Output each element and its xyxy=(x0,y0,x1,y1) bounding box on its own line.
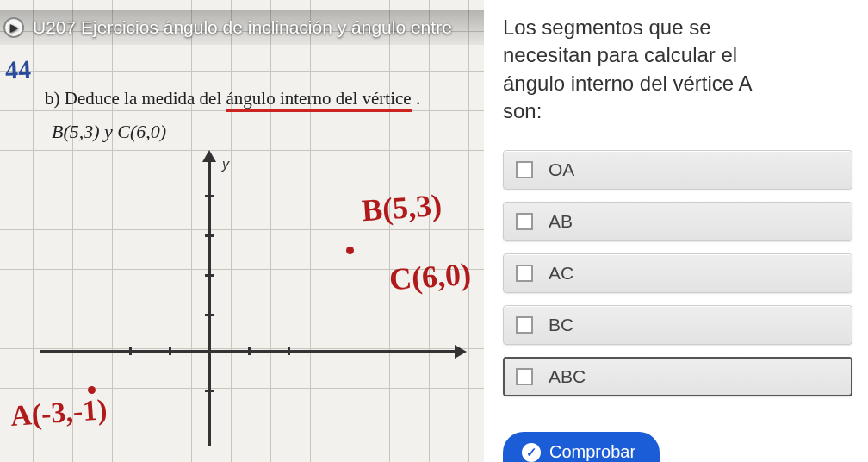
problem-underlined: ángulo interno del vértice xyxy=(226,88,412,112)
point-b-dot xyxy=(346,247,354,254)
given-coordinates: B(5,3) y C(6,0) xyxy=(52,121,166,143)
question-text: Los segmentos que se necesitan para calc… xyxy=(503,14,852,126)
channel-avatar-icon[interactable]: ▶ xyxy=(3,17,24,38)
y-tick xyxy=(205,234,214,237)
checkbox-icon[interactable] xyxy=(516,316,533,334)
video-frame: ▶ U207 Ejercicios ángulo de inclinación … xyxy=(0,0,484,462)
y-tick xyxy=(205,195,214,197)
option-label: BC xyxy=(549,315,574,335)
option-oa[interactable]: OA xyxy=(503,150,852,190)
x-tick xyxy=(129,346,132,355)
problem-prefix: b) Deduce la medida del xyxy=(45,88,226,109)
point-a-dot xyxy=(88,386,96,394)
y-tick xyxy=(205,390,214,392)
annotation-point-a: A(-3,-1) xyxy=(9,393,108,433)
x-tick xyxy=(288,346,290,355)
question-line3: ángulo interno del vértice A xyxy=(503,72,753,95)
checkbox-icon[interactable] xyxy=(516,213,533,230)
option-label: AC xyxy=(549,263,574,284)
video-title: U207 Ejercicios ángulo de inclinación y … xyxy=(33,17,452,38)
x-axis xyxy=(40,350,462,353)
y-tick xyxy=(205,274,214,277)
question-line4: son: xyxy=(503,99,542,122)
check-button-label: Comprobar xyxy=(549,442,636,462)
y-axis-arrow-icon xyxy=(202,150,216,162)
checkbox-icon[interactable] xyxy=(516,161,533,178)
x-tick xyxy=(169,346,171,355)
option-label: AB xyxy=(549,211,573,232)
annotation-point-c: C(6,0) xyxy=(388,256,473,298)
x-tick xyxy=(248,346,251,355)
question-line2: necesitan para calcular el xyxy=(503,43,737,66)
checkbox-icon[interactable] xyxy=(516,265,533,282)
y-axis xyxy=(208,153,211,446)
option-label: OA xyxy=(549,159,574,180)
check-icon: ✓ xyxy=(522,443,541,462)
option-bc[interactable]: BC xyxy=(503,305,852,345)
question-panel: Los segmentos que se necesitan para calc… xyxy=(484,0,868,462)
video-title-overlay: ▶ U207 Ejercicios ángulo de inclinación … xyxy=(0,10,484,45)
option-label: ABC xyxy=(549,366,586,387)
option-ab[interactable]: AB xyxy=(503,202,852,241)
y-axis-label: y xyxy=(222,157,229,172)
checkbox-icon[interactable] xyxy=(516,368,533,385)
option-ac[interactable]: AC xyxy=(503,253,852,293)
exercise-number: 44 xyxy=(4,54,32,85)
question-line1: Los segmentos que se xyxy=(503,16,711,39)
annotation-point-b: B(5,3) xyxy=(361,187,443,228)
option-abc[interactable]: ABC xyxy=(503,357,852,396)
problem-statement: b) Deduce la medida del ángulo interno d… xyxy=(45,88,420,109)
y-tick xyxy=(205,314,214,316)
check-button[interactable]: ✓ Comprobar xyxy=(503,432,660,462)
x-axis-arrow-icon xyxy=(455,345,467,359)
